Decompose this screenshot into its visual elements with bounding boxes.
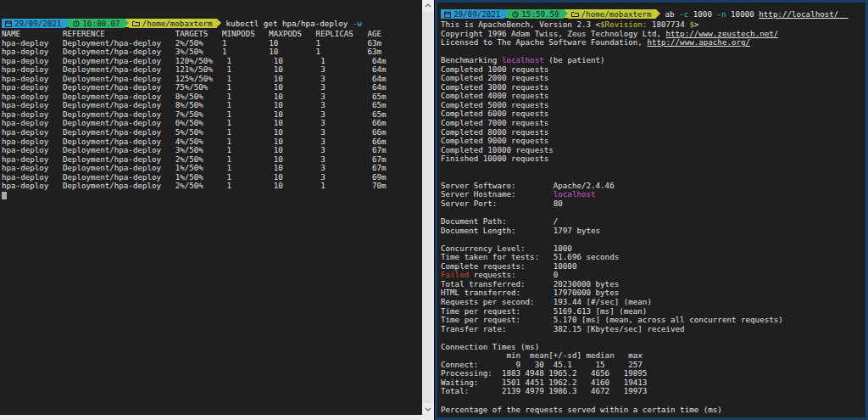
- desktop: 29/09/2021 16:00.07 /home/mobaxterm kube…: [0, 0, 868, 420]
- prompt-path-segment: /home/mobaxterm: [129, 19, 217, 28]
- command-value-c: 1000: [688, 9, 716, 19]
- prompt-time-segment: 15:59.59: [509, 9, 563, 19]
- revision-label: $Revision:: [600, 20, 647, 29]
- revision-close: >: [694, 20, 699, 29]
- licensed-text: Licensed to The Apache Software Foundati…: [441, 37, 647, 47]
- prompt-path-segment: /home/mobaxterm: [568, 9, 656, 19]
- clock-icon: [512, 11, 519, 18]
- document-block: Document Path: / Document Length: 1797 b…: [441, 217, 864, 235]
- blank-line: [441, 396, 864, 406]
- apache-link[interactable]: http://www.apache.org/: [647, 37, 750, 47]
- prompt-time-segment: 16:00.07: [70, 19, 124, 28]
- left-terminal-scrollbar[interactable]: [422, 0, 434, 415]
- completed-requests-block: Completed 1000 requests Completed 2000 r…: [441, 65, 864, 164]
- chevron-down-icon: [425, 407, 431, 412]
- percentage-header-line: Percentage of the requests served within…: [441, 406, 864, 415]
- calendar-icon: [444, 11, 451, 18]
- ab-licensed-line: Licensed to The Apache Software Foundati…: [441, 38, 864, 48]
- terminal-window-apachebench[interactable]: 29/09/2021 15:59.59 /home/mobaxterm ab -…: [435, 0, 868, 420]
- ab-command: ab -c 1000 -n 10000 http://localhost/: [660, 9, 849, 19]
- command-value-n: 10000: [726, 9, 760, 19]
- hpa-watch-table: NAME REFERENCE TARGETS MINPODS MAXPODS R…: [2, 30, 420, 191]
- version-text: This is ApacheBench, Version 2.3 <: [441, 20, 600, 29]
- apachebench-terminal-content: 29/09/2021 15:59.59 /home/mobaxterm ab -…: [437, 3, 865, 414]
- prompt-date-segment: 29/09/2021: [441, 9, 504, 19]
- kubectl-command: kubectl get hpa/hpa-deploy -w: [221, 19, 362, 28]
- terminal-window-kubectl[interactable]: 29/09/2021 16:00.07 /home/mobaxterm kube…: [0, 0, 434, 420]
- failed-label: Failed: [441, 270, 469, 279]
- failed-value: requests: 0: [469, 270, 558, 279]
- revision-value: 1807734: [647, 20, 689, 29]
- scrollbar-thumb[interactable]: [423, 12, 433, 403]
- command-flag-w: -w: [353, 19, 362, 28]
- prompt-date: 29/09/2021: [14, 19, 61, 28]
- cursor-line: [2, 191, 420, 200]
- server-port-line: Server Port: 80: [441, 199, 864, 209]
- prompt-time: 16:00.07: [82, 19, 120, 28]
- folder-icon: [132, 20, 140, 27]
- benchmark-hostname: localhost: [502, 55, 544, 64]
- prompt-time: 15:59.59: [521, 9, 559, 19]
- connection-times-block: Connection Times (ms) min mean[+/-sd] me…: [441, 343, 864, 396]
- clock-icon: [73, 20, 80, 27]
- kubectl-prompt-line: 29/09/2021 16:00.07 /home/mobaxterm kube…: [2, 19, 420, 28]
- left-terminal-bottom-bar[interactable]: [0, 415, 434, 420]
- calendar-icon: [5, 20, 12, 27]
- server-hostname-label: Server Hostname:: [441, 189, 554, 199]
- terminal-cursor: [2, 192, 7, 199]
- chevron-up-icon: [425, 3, 431, 8]
- folder-icon: [571, 11, 579, 18]
- prompt-date: 29/09/2021: [453, 9, 500, 19]
- ab-prompt-line: 29/09/2021 15:59.59 /home/mobaxterm ab -…: [441, 9, 864, 19]
- command-text: kubectl get hpa/hpa-deploy: [226, 19, 353, 28]
- prompt-date-segment: 29/09/2021: [2, 19, 65, 28]
- blank-line: [441, 164, 864, 173]
- copyright-text: Copyright 1996 Adam Twiss, Zeus Technolo…: [441, 29, 666, 38]
- stats-block-2: Total transferred: 20230000 bytes HTML t…: [441, 280, 864, 333]
- command-flag-c: -c: [679, 9, 688, 19]
- command-url: http://localhost/: [759, 9, 848, 19]
- zeustech-link[interactable]: http://www.zeustech.net/: [666, 29, 779, 38]
- server-hostname-value: localhost: [554, 189, 596, 199]
- benchmarking-text: Benchmarking: [441, 55, 502, 64]
- stats-block-1: Concurrency Level: 1000 Time taken for t…: [441, 244, 864, 272]
- command-flag-n: -n: [716, 9, 726, 19]
- prompt-path: /home/mobaxterm: [142, 19, 213, 28]
- benchmarking-suffix: (be patient): [544, 55, 605, 64]
- command-text: ab: [665, 9, 680, 19]
- kubectl-terminal-content: 29/09/2021 16:00.07 /home/mobaxterm kube…: [0, 0, 434, 199]
- scrollbar-up-button[interactable]: [422, 0, 434, 11]
- scrollbar-down-button[interactable]: [422, 404, 434, 415]
- prompt-path: /home/mobaxterm: [581, 9, 652, 19]
